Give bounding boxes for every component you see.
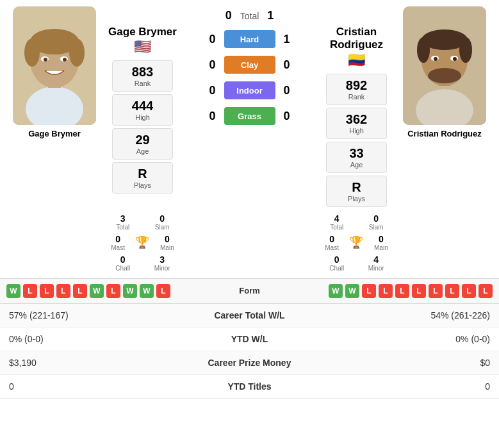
left-rank-box: 883 Rank xyxy=(112,60,173,92)
left-age-box: 29 Age xyxy=(112,128,173,160)
left-minor-stat: 3 Minor xyxy=(145,254,180,272)
ytd-titles-label: YTD Titles xyxy=(175,374,325,398)
right-minor-stat: 4 Minor xyxy=(359,254,394,272)
left-indoor-score: 0 xyxy=(206,84,219,97)
form-badge: W xyxy=(90,284,104,298)
left-name-label: Gage Brymer xyxy=(28,129,81,138)
right-hard-score: 1 xyxy=(281,33,293,46)
right-rank-value: 892 xyxy=(333,78,380,93)
prize-label: Career Prize Money xyxy=(175,351,325,374)
total-label: Total xyxy=(240,11,259,21)
left-main-stat: 0 Main xyxy=(160,234,174,251)
grass-button[interactable]: Grass xyxy=(224,107,275,125)
svg-point-10 xyxy=(63,58,67,62)
form-badge: W xyxy=(123,284,137,298)
left-hard-score: 0 xyxy=(206,33,219,46)
right-indoor-score: 0 xyxy=(281,84,293,97)
form-badge: L xyxy=(156,284,170,298)
left-high-label: High xyxy=(119,113,166,121)
right-mini-stats: 4 Total 0 Slam 0 Mast 🏆 xyxy=(320,213,393,272)
right-form-badges: WWLLLLLLLL xyxy=(279,284,493,298)
left-player-col: Gage Brymer xyxy=(3,6,106,207)
left-rank-label: Rank xyxy=(119,79,166,87)
right-age-value: 33 xyxy=(333,146,380,161)
svg-point-16 xyxy=(417,37,430,63)
left-total-stat: 3 Total xyxy=(106,213,140,231)
right-mast-stat: 0 Mast xyxy=(325,234,339,251)
svg-point-9 xyxy=(44,58,47,62)
left-high-box: 444 High xyxy=(112,94,173,126)
center-col: 0 Total 1 0 Hard 1 0 Clay xyxy=(179,6,320,207)
left-trophy-row: 0 Mast 🏆 0 Main xyxy=(106,234,179,251)
left-flag: 🇺🇸 xyxy=(108,38,177,55)
clay-button[interactable]: Clay xyxy=(224,56,275,74)
right-total-stat: 4 Total xyxy=(320,213,354,231)
center-spacer xyxy=(179,213,320,272)
indoor-row: 0 Indoor 0 xyxy=(179,81,320,99)
right-player-name: Cristian Rodriguez xyxy=(320,26,393,52)
right-rank-label: Rank xyxy=(333,93,380,101)
form-badge: L xyxy=(379,284,393,298)
right-flag: 🇨🇴 xyxy=(320,52,393,69)
right-clay-score: 0 xyxy=(281,58,293,72)
form-badge: W xyxy=(329,284,343,298)
career-wl-row: 57% (221-167) Career Total W/L 54% (261-… xyxy=(0,304,499,328)
main-container: Gage Brymer Gage Brymer 🇺🇸 883 Rank 444 xyxy=(0,0,499,448)
left-trophy-icon: 🏆 xyxy=(135,235,149,249)
left-mini-stats: 3 Total 0 Slam 0 Mast 🏆 xyxy=(106,213,179,272)
left-plays-value: R xyxy=(119,167,166,181)
top-area: Gage Brymer Gage Brymer 🇺🇸 883 Rank 444 xyxy=(0,0,499,213)
right-player-col: Cristian Rodriguez xyxy=(393,6,496,207)
right-grass-score: 0 xyxy=(281,110,293,123)
form-label: Form xyxy=(224,286,275,295)
form-badge: L xyxy=(445,284,459,298)
form-section: WLLLLWLWWL Form WWLLLLLLLL xyxy=(0,278,499,304)
right-rank-box: 892 Rank xyxy=(326,74,387,105)
right-trophy-row: 0 Mast 🏆 0 Main xyxy=(320,234,393,251)
right-high-value: 362 xyxy=(333,112,380,127)
left-plays-box: R Plays xyxy=(112,162,173,194)
left-chall-stat: 0 Chall xyxy=(106,254,140,272)
form-badge: L xyxy=(429,284,443,298)
right-ytd-wl: 0% (0-0) xyxy=(324,327,499,351)
right-high-box: 362 High xyxy=(326,108,387,139)
right-stats-col: Cristian Rodriguez 🇨🇴 892 Rank 362 High … xyxy=(320,6,393,207)
right-plays-box: R Plays xyxy=(326,176,387,207)
svg-point-18 xyxy=(428,68,461,83)
right-chall-stat: 0 Chall xyxy=(320,254,354,272)
form-badge: L xyxy=(462,284,476,298)
left-stats-col: Gage Brymer 🇺🇸 883 Rank 444 High 29 Age xyxy=(106,6,179,207)
right-high-label: High xyxy=(333,127,380,135)
right-ytd-titles: 0 xyxy=(324,374,499,398)
left-career-wl: 57% (221-167) xyxy=(0,304,175,328)
indoor-button[interactable]: Indoor xyxy=(224,81,275,99)
stats-table: 57% (221-167) Career Total W/L 54% (261-… xyxy=(0,304,499,399)
hard-button[interactable]: Hard xyxy=(224,30,275,48)
form-badge: L xyxy=(395,284,409,298)
left-plays-label: Plays xyxy=(119,181,166,189)
main-wrapper: Gage Brymer Gage Brymer 🇺🇸 883 Rank 444 xyxy=(0,0,499,399)
bottom-player-stats: 3 Total 0 Slam 0 Mast 🏆 xyxy=(0,213,499,278)
total-row: 0 Total 1 xyxy=(179,9,320,22)
svg-point-5 xyxy=(24,38,40,67)
left-rank-value: 883 xyxy=(119,65,166,79)
form-badge: W xyxy=(6,284,20,298)
left-player-name-below: Gage Brymer xyxy=(28,129,81,138)
svg-point-21 xyxy=(434,57,438,61)
right-main-stat: 0 Main xyxy=(374,234,388,251)
left-player-avatar xyxy=(13,6,96,125)
left-mast-stat: 0 Mast xyxy=(111,234,125,251)
right-name-label: Cristian Rodriguez xyxy=(407,129,482,138)
right-slam-stat: 0 Slam xyxy=(359,213,394,231)
left-ytd-wl: 0% (0-0) xyxy=(0,327,175,351)
left-age-value: 29 xyxy=(119,133,166,147)
ytd-wl-label: YTD W/L xyxy=(175,327,325,351)
form-badge: L xyxy=(412,284,426,298)
left-player-name: Gage Brymer xyxy=(108,26,177,38)
left-ytd-titles: 0 xyxy=(0,374,175,398)
left-grass-score: 0 xyxy=(206,110,219,123)
svg-point-22 xyxy=(453,57,457,61)
form-badge: L xyxy=(56,284,70,298)
svg-point-17 xyxy=(459,37,472,63)
form-badge: L xyxy=(40,284,54,298)
